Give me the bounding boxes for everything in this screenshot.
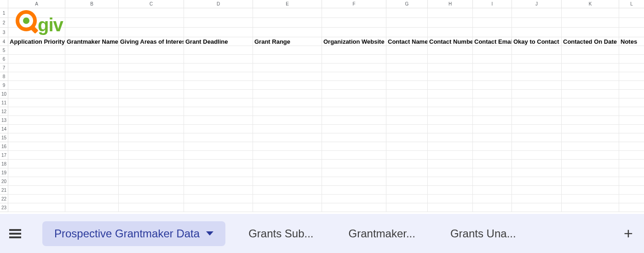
cell-F18[interactable] <box>322 160 386 168</box>
cell-E16[interactable] <box>253 142 322 151</box>
row-header-2[interactable]: 2 <box>0 18 8 28</box>
cell-B23[interactable] <box>65 203 119 212</box>
cell-C17[interactable] <box>119 151 184 160</box>
column-header-E[interactable]: E <box>253 0 322 8</box>
cell-B3[interactable] <box>65 28 119 37</box>
cell-J12[interactable] <box>512 107 562 116</box>
cell-J22[interactable] <box>512 195 562 203</box>
cell-E15[interactable] <box>253 133 322 142</box>
cell-C23[interactable] <box>119 203 184 212</box>
cell-D20[interactable] <box>184 177 253 186</box>
cell-F20[interactable] <box>322 177 386 186</box>
cell-E9[interactable] <box>253 81 322 90</box>
cell-E5[interactable] <box>253 46 322 55</box>
cell-A14[interactable] <box>8 125 65 133</box>
cell-A19[interactable] <box>8 168 65 177</box>
cell-A5[interactable] <box>8 46 65 55</box>
cell-L15[interactable] <box>619 133 644 142</box>
row-header-23[interactable]: 23 <box>0 203 8 212</box>
cell-L4[interactable]: Notes <box>619 37 644 46</box>
cell-D13[interactable] <box>184 116 253 125</box>
row-header-11[interactable]: 11 <box>0 98 8 107</box>
cell-I14[interactable] <box>473 125 512 133</box>
cell-G12[interactable] <box>386 107 428 116</box>
cell-K9[interactable] <box>562 81 619 90</box>
cell-H2[interactable] <box>428 18 473 28</box>
cell-body[interactable]: Application PriorityGrantmaker NameGivin… <box>8 8 644 212</box>
row-header-3[interactable]: 3 <box>0 28 8 37</box>
cell-H5[interactable] <box>428 46 473 55</box>
cell-A20[interactable] <box>8 177 65 186</box>
cell-D9[interactable] <box>184 81 253 90</box>
cell-F7[interactable] <box>322 63 386 72</box>
row-header-8[interactable]: 8 <box>0 72 8 81</box>
cell-C22[interactable] <box>119 195 184 203</box>
cell-A9[interactable] <box>8 81 65 90</box>
row-header-10[interactable]: 10 <box>0 90 8 98</box>
cell-B2[interactable] <box>65 18 119 28</box>
cell-K20[interactable] <box>562 177 619 186</box>
cell-L22[interactable] <box>619 195 644 203</box>
cell-E7[interactable] <box>253 63 322 72</box>
cell-H15[interactable] <box>428 133 473 142</box>
cell-L11[interactable] <box>619 98 644 107</box>
cell-F22[interactable] <box>322 195 386 203</box>
cell-A17[interactable] <box>8 151 65 160</box>
cell-C1[interactable] <box>119 8 184 18</box>
cell-F17[interactable] <box>322 151 386 160</box>
cell-H9[interactable] <box>428 81 473 90</box>
cell-B6[interactable] <box>65 55 119 63</box>
cell-G18[interactable] <box>386 160 428 168</box>
cell-I8[interactable] <box>473 72 512 81</box>
cell-E1[interactable] <box>253 8 322 18</box>
cell-G2[interactable] <box>386 18 428 28</box>
row-header-17[interactable]: 17 <box>0 151 8 160</box>
cell-J13[interactable] <box>512 116 562 125</box>
cell-C12[interactable] <box>119 107 184 116</box>
cell-F13[interactable] <box>322 116 386 125</box>
cell-L6[interactable] <box>619 55 644 63</box>
cell-C6[interactable] <box>119 55 184 63</box>
row-header-5[interactable]: 5 <box>0 46 8 55</box>
cell-G21[interactable] <box>386 186 428 195</box>
row-header-16[interactable]: 16 <box>0 142 8 151</box>
cell-L13[interactable] <box>619 116 644 125</box>
cell-H3[interactable] <box>428 28 473 37</box>
cell-K17[interactable] <box>562 151 619 160</box>
cell-J5[interactable] <box>512 46 562 55</box>
cell-B15[interactable] <box>65 133 119 142</box>
column-header-F[interactable]: F <box>322 0 386 8</box>
cell-E23[interactable] <box>253 203 322 212</box>
cell-E14[interactable] <box>253 125 322 133</box>
cell-K6[interactable] <box>562 55 619 63</box>
cell-A7[interactable] <box>8 63 65 72</box>
cell-J20[interactable] <box>512 177 562 186</box>
cell-G22[interactable] <box>386 195 428 203</box>
cell-C19[interactable] <box>119 168 184 177</box>
column-header-B[interactable]: B <box>65 0 119 8</box>
cell-H4[interactable]: Contact Number <box>428 37 473 46</box>
cell-I17[interactable] <box>473 151 512 160</box>
cell-I22[interactable] <box>473 195 512 203</box>
cell-H1[interactable] <box>428 8 473 18</box>
cell-E11[interactable] <box>253 98 322 107</box>
row-header-18[interactable]: 18 <box>0 160 8 168</box>
cell-F21[interactable] <box>322 186 386 195</box>
cell-B8[interactable] <box>65 72 119 81</box>
cell-G10[interactable] <box>386 90 428 98</box>
cell-H23[interactable] <box>428 203 473 212</box>
add-sheet-button[interactable]: + <box>619 224 638 243</box>
column-header-I[interactable]: I <box>473 0 512 8</box>
cell-G8[interactable] <box>386 72 428 81</box>
cell-G7[interactable] <box>386 63 428 72</box>
cell-H14[interactable] <box>428 125 473 133</box>
cell-C3[interactable] <box>119 28 184 37</box>
cell-L7[interactable] <box>619 63 644 72</box>
column-header-G[interactable]: G <box>386 0 428 8</box>
cell-G11[interactable] <box>386 98 428 107</box>
row-header-9[interactable]: 9 <box>0 81 8 90</box>
cell-B22[interactable] <box>65 195 119 203</box>
cell-C5[interactable] <box>119 46 184 55</box>
cell-H17[interactable] <box>428 151 473 160</box>
column-header-D[interactable]: D <box>184 0 253 8</box>
